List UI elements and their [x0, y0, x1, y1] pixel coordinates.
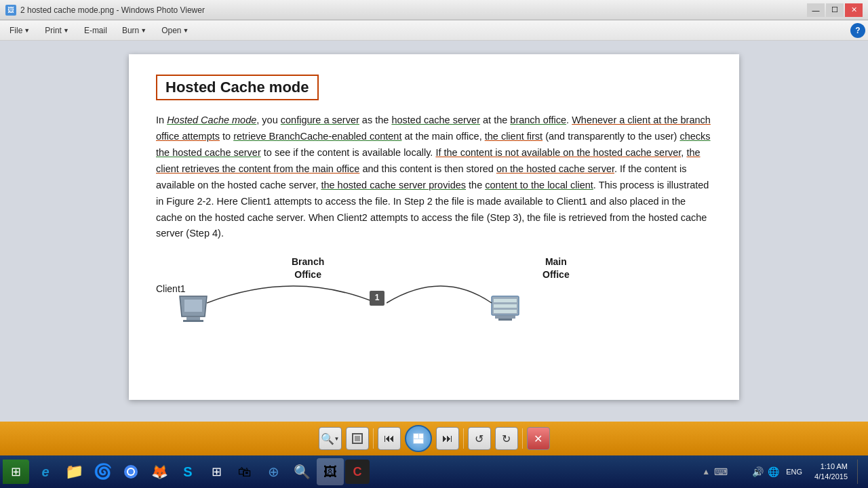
search-button[interactable]: 🔍▼ [319, 427, 342, 450]
windows-logo-icon: ⊞ [11, 464, 21, 479]
chrome-icon-svg [123, 464, 139, 480]
prev-button[interactable]: ⏮ [378, 427, 401, 450]
menu-print[interactable]: Print ▼ [38, 23, 76, 38]
clock-time: 1:10 AM [814, 462, 848, 472]
svg-rect-14 [419, 434, 423, 439]
menu-email[interactable]: E-mail [77, 23, 114, 38]
taskbar-chrome-icon[interactable] [117, 458, 144, 485]
next-button[interactable]: ⏭ [436, 427, 459, 450]
link-on-hosted: on the hosted cache server [496, 163, 614, 174]
fit-button[interactable] [346, 427, 369, 450]
fit-icon [351, 432, 363, 445]
system-tray: ▲ ⌨ 🔊 🌐 ENG 1:10 AM 4/14/2015 [702, 460, 865, 484]
italic-term-hosted-cache-mode: Hosted Cache mode [167, 115, 256, 125]
svg-rect-15 [414, 439, 423, 443]
taskbar-explorer-icon[interactable]: 📁 [60, 458, 87, 485]
rotate-right-button[interactable]: ↻ [495, 427, 518, 450]
link-branch-office: branch office [510, 115, 566, 125]
svg-rect-7 [494, 310, 517, 313]
slideshow-button[interactable] [405, 425, 432, 452]
speaker-icon: 🔊 [752, 466, 764, 477]
taskbar-photo-viewer-icon[interactable]: 🖼 [317, 458, 344, 485]
taskbar-camtasia-icon[interactable]: C [345, 460, 370, 484]
separator-3 [522, 428, 523, 449]
tray-expand-button[interactable]: ▲ [702, 467, 710, 476]
link-hosted-cache-server: hosted cache server [391, 115, 480, 125]
title-bar-left: 🖼 2 hosted cache mode.png - Windows Phot… [5, 5, 205, 16]
link-if-not-available: If the content is not available on the h… [435, 147, 681, 158]
arc-line-2 [387, 276, 498, 310]
start-button[interactable]: ⊞ [3, 460, 29, 484]
taskbar-ie-icon[interactable]: e [32, 458, 59, 485]
link-retrieve: retrieve BranchCache-enabled content [233, 131, 401, 142]
taskbar: ⊞ e 📁 🌀 🦊 S ⊞ 🛍 ⊕ 🔍 🖼 C ▲ ⌨ 🔊 [0, 455, 868, 488]
svg-rect-1 [184, 300, 202, 312]
menu-bar: File ▼ Print ▼ E-mail Burn ▼ Open ▼ ? [0, 20, 868, 41]
link-content-local: content to the local client [485, 180, 593, 190]
document-title-box: Hosted Cache mode [156, 75, 319, 100]
maximize-button[interactable]: ☐ [826, 3, 844, 17]
rotate-left-button[interactable]: ↺ [468, 427, 491, 450]
bottom-toolbar: 🔍▼ ⏮ ⏭ ↺ ↻ ✕ [0, 422, 868, 455]
taskbar-edge-icon[interactable]: ⊕ [260, 458, 287, 485]
keyboard-icon: ⌨ [714, 466, 728, 477]
svg-rect-2 [186, 317, 200, 320]
language-indicator[interactable]: ENG [783, 466, 805, 477]
svg-rect-8 [495, 315, 515, 319]
taskbar-store-icon[interactable]: 🛍 [231, 458, 258, 485]
help-button[interactable]: ? [850, 23, 865, 38]
link-server-provides: the hosted cache server provides [321, 180, 466, 190]
svg-rect-9 [498, 319, 512, 321]
document-title: Hosted Cache mode [165, 79, 309, 96]
delete-button[interactable]: ✕ [527, 427, 550, 450]
show-desktop-button[interactable] [857, 460, 861, 484]
system-clock: 1:10 AM 4/14/2015 [809, 462, 853, 483]
link-configure-server: configure a server [281, 115, 359, 125]
step-badge-1: 1 [370, 291, 384, 306]
title-bar: 🖼 2 hosted cache mode.png - Windows Phot… [0, 0, 868, 20]
menu-burn[interactable]: Burn ▼ [115, 23, 153, 38]
separator-1 [373, 428, 374, 449]
taskbar-search-icon[interactable]: 🔍 [288, 458, 315, 485]
window-controls[interactable]: — ☐ ✕ [807, 3, 863, 17]
menu-file[interactable]: File ▼ [3, 23, 37, 38]
svg-point-18 [128, 469, 134, 474]
main-area: Hosted Cache mode In Hosted Cache mode, … [0, 41, 868, 422]
taskbar-skype-icon[interactable]: S [174, 458, 201, 485]
document-body: In Hosted Cache mode, you configure a se… [156, 113, 712, 337]
app-icon: 🖼 [5, 5, 16, 16]
network-icon: 🌐 [768, 466, 779, 477]
separator-2 [463, 428, 464, 449]
document: Hosted Cache mode In Hosted Cache mode, … [129, 54, 739, 400]
svg-rect-11 [355, 436, 360, 441]
taskbar-firefox-icon[interactable]: 🦊 [146, 458, 173, 485]
taskbar-apps-icon[interactable]: ⊞ [203, 458, 230, 485]
body-paragraph: In Hosted Cache mode, you configure a se… [156, 113, 712, 242]
slideshow-icon [412, 432, 425, 445]
svg-rect-3 [183, 320, 203, 322]
taskbar-icons: e 📁 🌀 🦊 S ⊞ 🛍 ⊕ 🔍 🖼 C [32, 458, 702, 485]
clock-date: 4/14/2015 [814, 472, 848, 482]
window-title: 2 hosted cache mode.png - Windows Photo … [20, 5, 205, 15]
client-pc-icon [176, 293, 210, 323]
taskbar-media-icon[interactable]: 🌀 [89, 458, 116, 485]
close-button[interactable]: ✕ [845, 3, 863, 17]
minimize-button[interactable]: — [807, 3, 825, 17]
svg-rect-13 [414, 434, 418, 439]
menu-open[interactable]: Open ▼ [155, 23, 195, 38]
link-client-first: the client first [485, 131, 542, 142]
diagram-area: Client1 BranchOffice MainOffice 1 [156, 256, 712, 337]
arc-line-1 [207, 276, 383, 310]
main-office-label: MainOffice [542, 256, 570, 280]
tray-icons-area: ⌨ [714, 466, 748, 478]
